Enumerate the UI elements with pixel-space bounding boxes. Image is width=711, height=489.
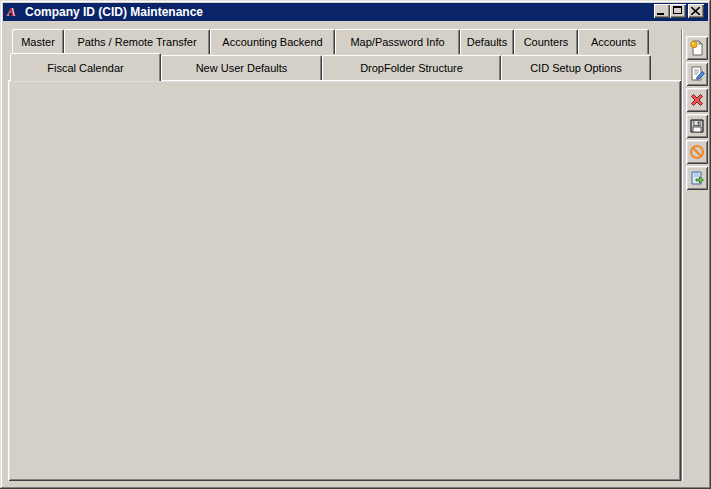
window: Company ID (CID) Maintenance Master Path… [0,0,711,489]
delete-record-button[interactable] [686,88,708,112]
tab-dropfolder-structure[interactable]: DropFolder Structure [322,55,501,80]
save-icon [689,118,705,134]
minimize-button[interactable] [654,4,670,18]
tab-accounting-backend[interactable]: Accounting Backend [210,29,335,54]
delete-record-icon [689,92,705,108]
tab-new-user-defaults[interactable]: New User Defaults [161,55,322,80]
save-button[interactable] [686,114,708,138]
app-logo-icon [6,5,20,19]
tab-paths-remote[interactable]: Paths / Remote Transfer [64,29,210,54]
edit-record-icon [689,66,705,82]
new-record-button[interactable] [686,36,708,60]
exit-icon [689,170,705,186]
tab-counters[interactable]: Counters [514,29,578,54]
minimize-icon [657,13,664,15]
new-record-icon [689,40,705,56]
edit-record-button[interactable] [686,62,708,86]
cancel-button[interactable] [686,140,708,164]
tab-row-1: Master Paths / Remote Transfer Accountin… [12,29,649,54]
tab-defaults[interactable]: Defaults [460,29,514,54]
tab-accounts[interactable]: Accounts [578,29,649,54]
fiscal-calendar-page [8,80,681,481]
exit-button[interactable] [686,166,708,190]
tab-fiscal-calendar[interactable]: Fiscal Calendar [10,53,161,81]
side-toolbar [681,29,708,481]
close-button[interactable] [688,4,704,18]
tab-master[interactable]: Master [12,29,64,54]
close-icon [691,7,700,15]
window-title: Company ID (CID) Maintenance [25,5,203,19]
tab-map-password-info[interactable]: Map/Password Info [335,29,460,54]
maximize-icon [673,6,682,14]
tab-cid-setup-options[interactable]: CID Setup Options [501,55,651,80]
cancel-icon [689,144,705,160]
titlebar: Company ID (CID) Maintenance [3,3,708,21]
maximize-button[interactable] [670,4,686,18]
tab-row-2: Fiscal Calendar New User Defaults DropFo… [10,55,651,81]
